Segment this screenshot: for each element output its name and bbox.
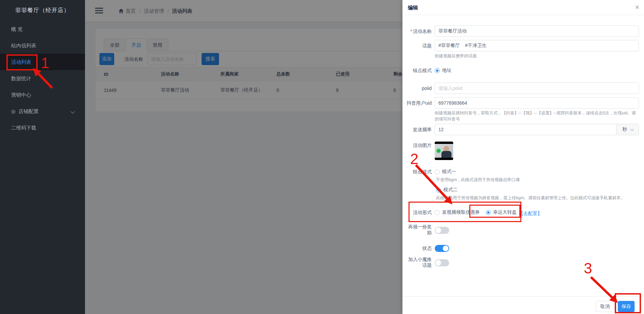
drawer-title: 编辑 xyxy=(408,5,418,11)
anchor-address-radio[interactable]: 地址 xyxy=(435,67,452,73)
poiid-input[interactable] xyxy=(435,83,639,94)
drawer-header: 编辑 × xyxy=(402,0,644,15)
mode-one-radio[interactable]: 模式一 xyxy=(435,169,456,175)
topic-input[interactable] xyxy=(435,40,639,51)
mode-two-radio[interactable]: 模式二 xyxy=(436,187,458,193)
drawer-footer: 取消 保存 xyxy=(402,296,644,314)
save-button[interactable]: 保存 xyxy=(618,301,635,312)
close-icon[interactable]: × xyxy=(635,3,639,12)
sidebar-item-activity-list[interactable]: 活动列表 xyxy=(0,54,85,70)
mode-one-hint: 不使用bgm，此模式适用于所传视频自带口播 xyxy=(436,177,640,183)
cancel-button[interactable]: 取消 xyxy=(596,301,614,312)
sidebar: 菲菲餐厅（经开店） 概 览 站内信列表 活动列表 数据统计 营销中心 ◎店铺配置… xyxy=(0,0,85,314)
shop-config-icon: ◎ xyxy=(11,103,18,119)
frequency-unit-select[interactable]: 秒 xyxy=(616,124,639,135)
sidebar-item-shop-config[interactable]: ◎店铺配置 xyxy=(0,103,85,119)
chevron-down-icon xyxy=(630,127,634,131)
mode-two-hint: 此模式适用于所传视频为静音视频，需上传bgm。请前往素材管理上传。仅此模式可连接… xyxy=(436,195,640,201)
activity-name-input[interactable] xyxy=(435,25,639,37)
topic-hint: 创建视频后携带的话题 xyxy=(435,53,639,59)
sidebar-item-statistics[interactable]: 数据统计 xyxy=(0,70,85,87)
chevron-down-icon xyxy=(71,109,75,114)
store-title: 菲菲餐厅（经开店） xyxy=(0,0,85,21)
sidebar-item-messages[interactable]: 站内信列表 xyxy=(0,37,85,54)
sidebar-item-overview[interactable]: 概 览 xyxy=(0,21,85,37)
video-coupon-radio[interactable]: 发视频领取优惠券 xyxy=(435,209,480,215)
lucky-wheel-radio[interactable]: 幸运大转盘 xyxy=(486,209,517,215)
join-topic-toggle[interactable] xyxy=(435,259,449,266)
activity-image-thumbnail[interactable] xyxy=(435,142,453,160)
douyin-uid-hint: 创建视频后跳转抖音号，获取方式，【抖音】--【我】--【设置】--底部抖音版本，… xyxy=(435,110,639,122)
required-asterisk: * xyxy=(411,29,412,34)
edit-drawer: 编辑 × *活动名称 话题 创建视频后携带的话题 锚点模式 地址 poiid 抖… xyxy=(402,0,644,314)
sidebar-item-marketing[interactable]: 营销中心 xyxy=(0,87,85,103)
status-toggle[interactable] xyxy=(435,245,449,252)
extra-reward-toggle[interactable] xyxy=(435,227,449,234)
sidebar-item-qrcode-download[interactable]: 二维码下载 xyxy=(0,119,85,136)
douyin-uid-input[interactable] xyxy=(435,97,639,109)
send-frequency-input[interactable] xyxy=(435,124,616,135)
go-configure-link[interactable]: 【去配置】 xyxy=(519,211,542,216)
app-root: 首页 / 活动管理 / 活动列表 全部 开启 禁用 添加 活动名称 搜索 ID … xyxy=(0,0,644,314)
